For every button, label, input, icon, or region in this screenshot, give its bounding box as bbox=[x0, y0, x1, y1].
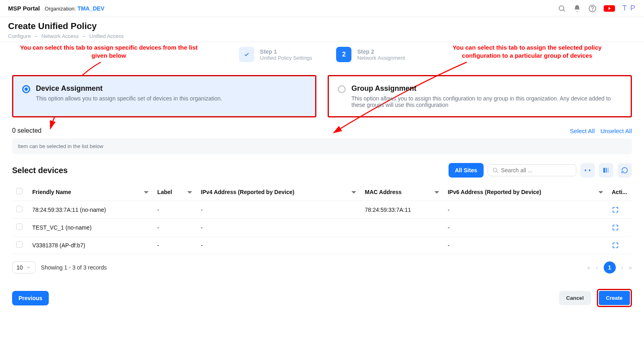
cancel-button[interactable]: Cancel bbox=[559, 291, 591, 305]
svg-rect-8 bbox=[608, 168, 609, 173]
svg-rect-7 bbox=[606, 168, 607, 173]
checkbox-all[interactable] bbox=[16, 188, 23, 194]
content: Device Assignment This option allows you… bbox=[0, 67, 644, 282]
cell-mac: 78:24:59:33:7A:11 bbox=[361, 201, 444, 219]
step-2[interactable]: 2 Step 2 Network Assignment bbox=[336, 47, 405, 62]
step-2-subtitle: Network Assignment bbox=[357, 55, 405, 61]
create-button[interactable]: Create bbox=[599, 291, 630, 305]
pager-first[interactable]: « bbox=[587, 264, 590, 271]
unselect-all-link[interactable]: Unselect All bbox=[600, 127, 632, 134]
devices-header: Select devices All Sites bbox=[12, 163, 632, 178]
col-label: Acti... bbox=[612, 189, 627, 195]
col-mac[interactable]: MAC Address⏷ bbox=[361, 183, 444, 201]
stepper-area: You can select this tab to assign specif… bbox=[0, 42, 644, 67]
breadcrumb-sep: – bbox=[83, 33, 85, 39]
devices-title: Select devices bbox=[12, 166, 68, 175]
pager-prev[interactable]: ‹ bbox=[596, 264, 598, 271]
expand-columns-icon[interactable] bbox=[580, 163, 595, 178]
step-2-badge: 2 bbox=[336, 47, 351, 62]
devices-tools: All Sites bbox=[449, 163, 632, 178]
search-icon[interactable] bbox=[558, 4, 566, 13]
expand-row-icon[interactable] bbox=[612, 224, 628, 231]
col-friendly-name[interactable]: Friendly Name⏷ bbox=[28, 183, 153, 201]
previous-button[interactable]: Previous bbox=[12, 291, 49, 305]
bell-icon[interactable] bbox=[573, 4, 581, 13]
org-wrap: Organization: TMA_DEV bbox=[45, 5, 104, 12]
step-1[interactable]: Step 1 Unified Policy Settings bbox=[239, 47, 312, 62]
expand-row-icon[interactable] bbox=[612, 206, 628, 213]
cell-ipv4: - bbox=[197, 201, 361, 219]
group-card-text: Group Assignment This option allows you … bbox=[351, 84, 622, 108]
selection-actions: Select All Unselect All bbox=[566, 127, 632, 134]
cell-mac bbox=[361, 236, 444, 254]
pager: 10 Showing 1 - 3 of 3 records « ‹ 1 › » bbox=[12, 261, 632, 274]
org-label: Organization: bbox=[45, 6, 76, 12]
devices-table: Friendly Name⏷ Label⏷ IPv4 Address (Repo… bbox=[12, 183, 632, 254]
svg-rect-6 bbox=[603, 168, 605, 173]
topbar-right: T P bbox=[558, 4, 636, 13]
step-1-title: Step 1 bbox=[260, 48, 312, 55]
svg-point-4 bbox=[493, 168, 497, 172]
topbar-left: MSP Portal Organization: TMA_DEV bbox=[8, 5, 104, 12]
search-icon bbox=[492, 167, 499, 173]
cell-ipv4: - bbox=[197, 219, 361, 236]
col-ipv4[interactable]: IPv4 Address (Reported by Device)⏷ bbox=[197, 183, 361, 201]
svg-point-0 bbox=[559, 6, 564, 10]
col-label: IPv6 Address (Reported by Device) bbox=[448, 189, 541, 195]
filter-icon[interactable]: ⏷ bbox=[598, 189, 604, 195]
cell-label: - bbox=[153, 236, 197, 254]
pager-current[interactable]: 1 bbox=[604, 261, 616, 274]
youtube-icon[interactable] bbox=[604, 5, 615, 12]
radio-group[interactable] bbox=[338, 85, 346, 93]
columns-icon[interactable] bbox=[599, 163, 613, 178]
help-icon[interactable] bbox=[588, 4, 596, 13]
breadcrumb-1[interactable]: Configure bbox=[8, 33, 31, 39]
refresh-icon[interactable] bbox=[617, 163, 632, 178]
avatar[interactable]: T P bbox=[622, 4, 636, 13]
svg-point-3 bbox=[592, 10, 593, 10]
row-checkbox[interactable] bbox=[16, 241, 23, 248]
filter-icon[interactable]: ⏷ bbox=[143, 189, 149, 195]
footer: Previous Cancel Create bbox=[0, 282, 644, 314]
filter-icon[interactable]: ⏷ bbox=[351, 189, 357, 195]
row-checkbox[interactable] bbox=[16, 206, 23, 212]
search-box[interactable] bbox=[488, 164, 576, 176]
col-label[interactable]: Label⏷ bbox=[153, 183, 197, 201]
selection-row: 0 selected Select All Unselect All bbox=[12, 127, 632, 134]
device-assignment-card[interactable]: Device Assignment This option allows you… bbox=[12, 75, 316, 117]
col-ipv6[interactable]: IPv6 Address (Reported by Device)⏷ bbox=[444, 183, 608, 201]
step-1-subtitle: Unified Policy Settings bbox=[260, 55, 312, 61]
cell-label: - bbox=[153, 219, 197, 236]
cell-label: - bbox=[153, 201, 197, 219]
step-1-badge bbox=[239, 47, 254, 62]
page-size-select[interactable]: 10 bbox=[12, 261, 35, 274]
cell-name: 78:24:59:33:7A:11 (no-name) bbox=[28, 201, 153, 219]
pager-next[interactable]: › bbox=[621, 264, 623, 271]
pager-last[interactable]: » bbox=[629, 264, 632, 271]
step-2-texts: Step 2 Network Assignment bbox=[357, 48, 405, 61]
cell-ipv6: - bbox=[444, 236, 608, 254]
topbar: MSP Portal Organization: TMA_DEV T P bbox=[0, 0, 644, 17]
breadcrumb-2[interactable]: Network Access bbox=[42, 33, 79, 39]
cell-ipv4: - bbox=[197, 236, 361, 254]
all-sites-button[interactable]: All Sites bbox=[449, 163, 484, 178]
page-header: Create Unified Policy Configure – Networ… bbox=[0, 17, 644, 42]
breadcrumb-sep: – bbox=[35, 33, 37, 39]
step-2-title: Step 2 bbox=[357, 48, 405, 55]
svg-line-1 bbox=[563, 10, 565, 11]
breadcrumb-3[interactable]: Unified Access bbox=[89, 33, 124, 39]
create-button-highlight: Create bbox=[597, 289, 632, 307]
stepper: Step 1 Unified Policy Settings 2 Step 2 … bbox=[8, 47, 636, 62]
hint-bar: Item can be selected in the list below bbox=[12, 138, 632, 154]
select-all-link[interactable]: Select All bbox=[570, 127, 595, 134]
filter-icon[interactable]: ⏷ bbox=[187, 189, 193, 195]
radio-device[interactable] bbox=[22, 85, 30, 93]
row-checkbox[interactable] bbox=[16, 224, 23, 230]
selected-count: 0 selected bbox=[12, 127, 42, 134]
svg-line-5 bbox=[497, 171, 498, 173]
search-input[interactable] bbox=[501, 167, 572, 173]
filter-icon[interactable]: ⏷ bbox=[434, 189, 440, 195]
expand-row-icon[interactable] bbox=[612, 242, 628, 249]
org-value[interactable]: TMA_DEV bbox=[77, 5, 104, 12]
group-assignment-card[interactable]: Group Assignment This option allows you … bbox=[328, 75, 632, 117]
